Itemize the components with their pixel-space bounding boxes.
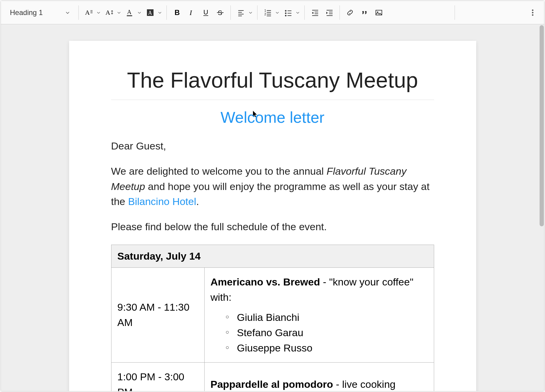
session-cell[interactable]: Americano vs. Brewed - "know your coffee…: [204, 267, 434, 362]
more-options-button[interactable]: [526, 6, 539, 19]
separator: [339, 5, 340, 20]
bulleted-list-button[interactable]: [282, 6, 295, 19]
separator: [166, 5, 167, 20]
svg-text:A: A: [127, 9, 132, 15]
separator: [78, 5, 79, 20]
bold-button[interactable]: B: [170, 6, 184, 19]
cursor-icon: [252, 110, 258, 118]
intro-text-1: We are delighted to welcome you to the a…: [111, 165, 327, 177]
svg-point-15: [285, 12, 287, 14]
table-row[interactable]: 9:30 AM - 11:30 AM Americano vs. Brewed …: [111, 267, 434, 362]
svg-text:A: A: [85, 9, 90, 16]
session-cell[interactable]: Pappardelle al pomodoro - live cooking: [204, 362, 434, 391]
list-item[interactable]: Giulia Bianchi: [226, 310, 428, 325]
numbered-list-button[interactable]: 12: [261, 6, 274, 19]
schedule-table[interactable]: Saturday, July 14 9:30 AM - 11:30 AM Ame…: [111, 245, 434, 391]
speaker-list: Giulia Bianchi Stefano Garau Giuseppe Ru…: [211, 310, 428, 356]
list-item[interactable]: Stefano Garau: [226, 325, 428, 340]
table-row[interactable]: 1:00 PM - 3:00 PM Pappardelle al pomodor…: [111, 362, 434, 391]
time-cell[interactable]: 9:30 AM - 11:30 AM: [111, 267, 204, 362]
greeting[interactable]: Dear Guest,: [111, 138, 434, 153]
heading-dropdown-label: Heading 1: [10, 8, 43, 17]
chevron-down-icon[interactable]: [248, 10, 254, 16]
svg-text:B: B: [175, 9, 180, 17]
time-cell[interactable]: 1:00 PM - 3:00 PM: [111, 362, 204, 391]
separator: [230, 5, 231, 20]
underline-button[interactable]: U: [199, 6, 212, 19]
font-size-button[interactable]: A: [103, 6, 116, 19]
separator: [257, 5, 257, 20]
background-color-button[interactable]: A: [144, 6, 157, 19]
italic-button[interactable]: I: [185, 6, 198, 19]
link-button[interactable]: [343, 6, 357, 19]
intro-text-3: .: [196, 196, 199, 207]
editor-body[interactable]: The Flavorful Tuscany Meetup Welcome let…: [1, 24, 544, 391]
session-title: Americano vs. Brewed: [211, 276, 320, 288]
font-family-button[interactable]: A: [82, 6, 96, 19]
font-color-button[interactable]: A: [123, 6, 136, 19]
separator: [304, 5, 305, 20]
document-title[interactable]: The Flavorful Tuscany Meetup: [111, 68, 434, 100]
svg-text:I: I: [189, 9, 192, 17]
indent-button[interactable]: [323, 6, 336, 19]
strikethrough-button[interactable]: S: [214, 6, 227, 19]
svg-point-20: [532, 12, 534, 13]
svg-point-16: [285, 15, 287, 16]
chevron-down-icon[interactable]: [295, 10, 301, 16]
chevron-down-icon[interactable]: [274, 10, 280, 16]
svg-point-14: [285, 10, 287, 11]
alignment-button[interactable]: [234, 6, 248, 19]
svg-text:2: 2: [264, 13, 266, 16]
svg-point-19: [532, 9, 534, 11]
svg-text:1: 1: [264, 9, 266, 12]
chevron-down-icon[interactable]: [116, 10, 122, 16]
editor-container: Heading 1 A A A: [1, 1, 544, 391]
intro-paragraph[interactable]: We are delighted to welcome you to the a…: [111, 164, 434, 209]
chevron-down-icon[interactable]: [96, 10, 102, 16]
svg-rect-3: [127, 15, 132, 16]
chevron-down-icon[interactable]: [136, 10, 142, 16]
svg-point-21: [532, 14, 534, 16]
table-header[interactable]: Saturday, July 14: [111, 245, 434, 267]
svg-text:A: A: [148, 10, 152, 16]
heading-dropdown[interactable]: Heading 1: [6, 6, 75, 19]
session-title: Pappardelle al pomodoro: [211, 378, 333, 390]
document-page[interactable]: The Flavorful Tuscany Meetup Welcome let…: [69, 41, 476, 391]
svg-text:A: A: [105, 9, 110, 16]
chevron-down-icon: [65, 10, 71, 16]
list-item[interactable]: Giuseppe Russo: [226, 340, 428, 356]
session-subtitle: - live cooking: [333, 378, 396, 390]
outdent-button[interactable]: [308, 6, 321, 19]
subtitle-text: Welcome letter: [221, 109, 324, 126]
scrollbar-track[interactable]: [539, 25, 544, 390]
toolbar: Heading 1 A A A: [1, 1, 544, 24]
chevron-down-icon[interactable]: [157, 10, 163, 16]
document-subtitle[interactable]: Welcome letter: [111, 108, 434, 126]
separator: [455, 5, 455, 20]
scrollbar-thumb[interactable]: [540, 25, 544, 226]
svg-text:U: U: [203, 9, 208, 16]
image-button[interactable]: [372, 6, 385, 19]
schedule-intro[interactable]: Please find below the full schedule of t…: [111, 219, 434, 234]
hotel-link[interactable]: Bilancino Hotel: [128, 196, 196, 207]
blockquote-button[interactable]: [358, 6, 371, 19]
